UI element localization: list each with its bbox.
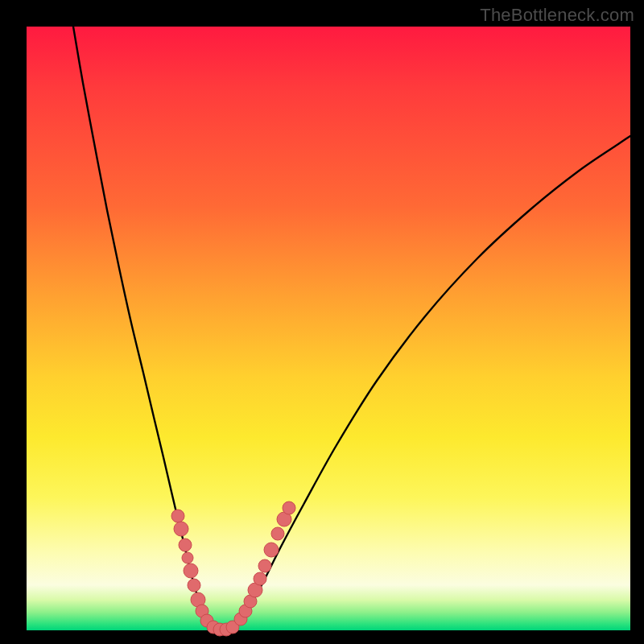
data-bead [174, 522, 188, 536]
data-bead [264, 543, 279, 557]
bottleneck-curve [73, 27, 630, 630]
chart-frame: TheBottleneck.com [0, 0, 644, 644]
plot-area [27, 27, 630, 630]
data-bead [184, 564, 198, 578]
data-bead [283, 502, 295, 514]
bead-group [171, 502, 295, 636]
data-bead [271, 527, 284, 540]
data-bead [188, 579, 200, 592]
data-bead [258, 559, 271, 572]
data-bead [182, 552, 193, 564]
watermark-text: TheBottleneck.com [480, 5, 634, 26]
data-bead [171, 510, 184, 522]
data-bead [179, 539, 192, 551]
curve-svg [27, 27, 630, 630]
data-bead [254, 572, 266, 585]
